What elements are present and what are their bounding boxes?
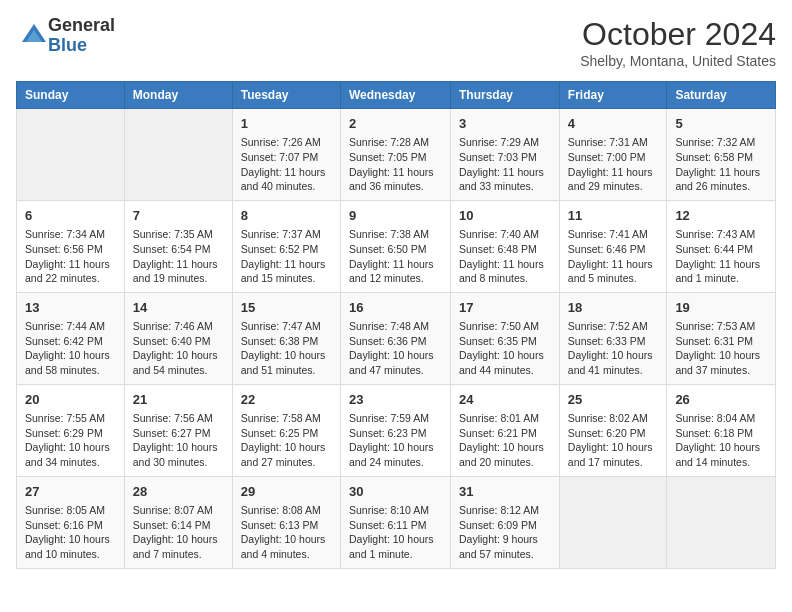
day-info: Sunrise: 8:07 AM Sunset: 6:14 PM Dayligh… (133, 503, 224, 562)
day-number: 17 (459, 299, 551, 317)
day-number: 7 (133, 207, 224, 225)
calendar-week-row: 1Sunrise: 7:26 AM Sunset: 7:07 PM Daylig… (17, 109, 776, 201)
calendar-cell: 27Sunrise: 8:05 AM Sunset: 6:16 PM Dayli… (17, 476, 125, 568)
calendar-week-row: 27Sunrise: 8:05 AM Sunset: 6:16 PM Dayli… (17, 476, 776, 568)
day-info: Sunrise: 7:32 AM Sunset: 6:58 PM Dayligh… (675, 135, 767, 194)
logo-icon (20, 22, 48, 50)
day-info: Sunrise: 7:53 AM Sunset: 6:31 PM Dayligh… (675, 319, 767, 378)
day-number: 19 (675, 299, 767, 317)
logo-general: General (48, 16, 115, 36)
day-number: 5 (675, 115, 767, 133)
day-info: Sunrise: 7:47 AM Sunset: 6:38 PM Dayligh… (241, 319, 332, 378)
day-number: 30 (349, 483, 442, 501)
day-number: 12 (675, 207, 767, 225)
day-number: 22 (241, 391, 332, 409)
day-info: Sunrise: 8:05 AM Sunset: 6:16 PM Dayligh… (25, 503, 116, 562)
calendar-week-row: 13Sunrise: 7:44 AM Sunset: 6:42 PM Dayli… (17, 292, 776, 384)
calendar-cell: 31Sunrise: 8:12 AM Sunset: 6:09 PM Dayli… (451, 476, 560, 568)
calendar-cell: 13Sunrise: 7:44 AM Sunset: 6:42 PM Dayli… (17, 292, 125, 384)
month-title: October 2024 (580, 16, 776, 53)
day-info: Sunrise: 7:31 AM Sunset: 7:00 PM Dayligh… (568, 135, 659, 194)
day-info: Sunrise: 7:52 AM Sunset: 6:33 PM Dayligh… (568, 319, 659, 378)
day-info: Sunrise: 7:43 AM Sunset: 6:44 PM Dayligh… (675, 227, 767, 286)
calendar-week-row: 20Sunrise: 7:55 AM Sunset: 6:29 PM Dayli… (17, 384, 776, 476)
day-number: 25 (568, 391, 659, 409)
calendar-cell: 16Sunrise: 7:48 AM Sunset: 6:36 PM Dayli… (340, 292, 450, 384)
calendar-cell: 15Sunrise: 7:47 AM Sunset: 6:38 PM Dayli… (232, 292, 340, 384)
day-number: 1 (241, 115, 332, 133)
day-number: 6 (25, 207, 116, 225)
day-info: Sunrise: 7:38 AM Sunset: 6:50 PM Dayligh… (349, 227, 442, 286)
day-number: 15 (241, 299, 332, 317)
calendar-cell: 6Sunrise: 7:34 AM Sunset: 6:56 PM Daylig… (17, 200, 125, 292)
day-number: 2 (349, 115, 442, 133)
day-number: 9 (349, 207, 442, 225)
day-info: Sunrise: 7:35 AM Sunset: 6:54 PM Dayligh… (133, 227, 224, 286)
header-day: Tuesday (232, 82, 340, 109)
day-info: Sunrise: 7:56 AM Sunset: 6:27 PM Dayligh… (133, 411, 224, 470)
day-info: Sunrise: 7:40 AM Sunset: 6:48 PM Dayligh… (459, 227, 551, 286)
header-day: Saturday (667, 82, 776, 109)
day-info: Sunrise: 7:41 AM Sunset: 6:46 PM Dayligh… (568, 227, 659, 286)
calendar-cell: 2Sunrise: 7:28 AM Sunset: 7:05 PM Daylig… (340, 109, 450, 201)
header-row: SundayMondayTuesdayWednesdayThursdayFrid… (17, 82, 776, 109)
calendar-cell: 30Sunrise: 8:10 AM Sunset: 6:11 PM Dayli… (340, 476, 450, 568)
calendar-cell: 10Sunrise: 7:40 AM Sunset: 6:48 PM Dayli… (451, 200, 560, 292)
day-number: 31 (459, 483, 551, 501)
calendar-table: SundayMondayTuesdayWednesdayThursdayFrid… (16, 81, 776, 569)
calendar-cell: 9Sunrise: 7:38 AM Sunset: 6:50 PM Daylig… (340, 200, 450, 292)
day-number: 28 (133, 483, 224, 501)
day-info: Sunrise: 7:29 AM Sunset: 7:03 PM Dayligh… (459, 135, 551, 194)
calendar-cell: 21Sunrise: 7:56 AM Sunset: 6:27 PM Dayli… (124, 384, 232, 476)
calendar-header: SundayMondayTuesdayWednesdayThursdayFrid… (17, 82, 776, 109)
calendar-week-row: 6Sunrise: 7:34 AM Sunset: 6:56 PM Daylig… (17, 200, 776, 292)
title-section: October 2024 Shelby, Montana, United Sta… (580, 16, 776, 69)
calendar-body: 1Sunrise: 7:26 AM Sunset: 7:07 PM Daylig… (17, 109, 776, 569)
day-number: 21 (133, 391, 224, 409)
calendar-cell: 1Sunrise: 7:26 AM Sunset: 7:07 PM Daylig… (232, 109, 340, 201)
calendar-cell: 26Sunrise: 8:04 AM Sunset: 6:18 PM Dayli… (667, 384, 776, 476)
day-info: Sunrise: 7:26 AM Sunset: 7:07 PM Dayligh… (241, 135, 332, 194)
day-info: Sunrise: 8:10 AM Sunset: 6:11 PM Dayligh… (349, 503, 442, 562)
calendar-cell: 28Sunrise: 8:07 AM Sunset: 6:14 PM Dayli… (124, 476, 232, 568)
day-info: Sunrise: 7:59 AM Sunset: 6:23 PM Dayligh… (349, 411, 442, 470)
logo-blue: Blue (48, 36, 115, 56)
day-info: Sunrise: 8:04 AM Sunset: 6:18 PM Dayligh… (675, 411, 767, 470)
calendar-cell: 8Sunrise: 7:37 AM Sunset: 6:52 PM Daylig… (232, 200, 340, 292)
calendar-cell: 14Sunrise: 7:46 AM Sunset: 6:40 PM Dayli… (124, 292, 232, 384)
header-day: Thursday (451, 82, 560, 109)
day-info: Sunrise: 7:28 AM Sunset: 7:05 PM Dayligh… (349, 135, 442, 194)
day-number: 11 (568, 207, 659, 225)
logo: General Blue (16, 16, 115, 56)
day-info: Sunrise: 7:34 AM Sunset: 6:56 PM Dayligh… (25, 227, 116, 286)
day-info: Sunrise: 8:08 AM Sunset: 6:13 PM Dayligh… (241, 503, 332, 562)
day-number: 20 (25, 391, 116, 409)
calendar-cell: 3Sunrise: 7:29 AM Sunset: 7:03 PM Daylig… (451, 109, 560, 201)
calendar-cell (667, 476, 776, 568)
day-info: Sunrise: 7:46 AM Sunset: 6:40 PM Dayligh… (133, 319, 224, 378)
calendar-cell: 24Sunrise: 8:01 AM Sunset: 6:21 PM Dayli… (451, 384, 560, 476)
day-number: 18 (568, 299, 659, 317)
calendar-cell: 17Sunrise: 7:50 AM Sunset: 6:35 PM Dayli… (451, 292, 560, 384)
calendar-cell: 22Sunrise: 7:58 AM Sunset: 6:25 PM Dayli… (232, 384, 340, 476)
day-number: 8 (241, 207, 332, 225)
day-info: Sunrise: 8:12 AM Sunset: 6:09 PM Dayligh… (459, 503, 551, 562)
header-day: Sunday (17, 82, 125, 109)
calendar-cell: 20Sunrise: 7:55 AM Sunset: 6:29 PM Dayli… (17, 384, 125, 476)
day-info: Sunrise: 7:48 AM Sunset: 6:36 PM Dayligh… (349, 319, 442, 378)
calendar-cell: 12Sunrise: 7:43 AM Sunset: 6:44 PM Dayli… (667, 200, 776, 292)
day-number: 10 (459, 207, 551, 225)
logo-text: General Blue (48, 16, 115, 56)
calendar-cell (559, 476, 667, 568)
day-info: Sunrise: 7:55 AM Sunset: 6:29 PM Dayligh… (25, 411, 116, 470)
day-info: Sunrise: 7:58 AM Sunset: 6:25 PM Dayligh… (241, 411, 332, 470)
calendar-cell: 25Sunrise: 8:02 AM Sunset: 6:20 PM Dayli… (559, 384, 667, 476)
calendar-cell: 23Sunrise: 7:59 AM Sunset: 6:23 PM Dayli… (340, 384, 450, 476)
header-day: Monday (124, 82, 232, 109)
day-number: 14 (133, 299, 224, 317)
header-day: Wednesday (340, 82, 450, 109)
calendar-cell: 18Sunrise: 7:52 AM Sunset: 6:33 PM Dayli… (559, 292, 667, 384)
calendar-cell: 19Sunrise: 7:53 AM Sunset: 6:31 PM Dayli… (667, 292, 776, 384)
day-info: Sunrise: 7:50 AM Sunset: 6:35 PM Dayligh… (459, 319, 551, 378)
page-header: General Blue October 2024 Shelby, Montan… (16, 16, 776, 69)
